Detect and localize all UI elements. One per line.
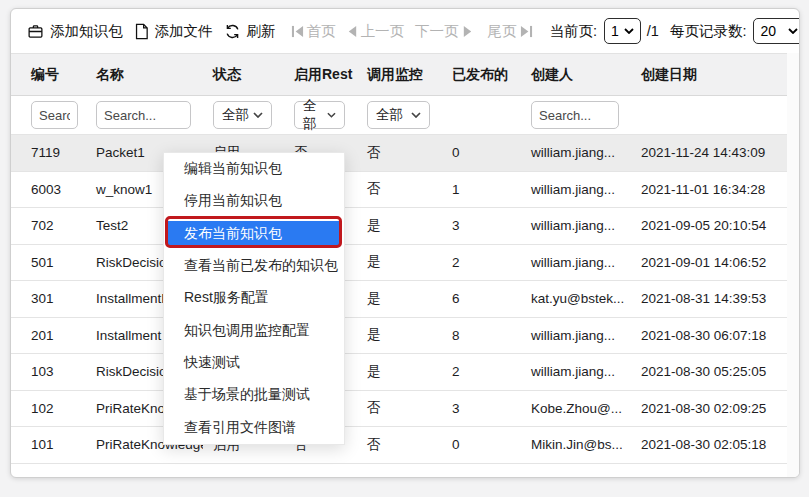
page-size-select[interactable]: 20: [753, 18, 800, 44]
next-page-button[interactable]: 下一页: [415, 22, 473, 41]
cell-id: 201: [21, 328, 86, 343]
cell-monitor: 否: [357, 399, 442, 417]
context-menu-item-label: 快速测试: [184, 354, 240, 372]
rest-filter-value: 全部: [303, 97, 327, 133]
cell-id: 702: [21, 218, 86, 233]
cell-published: 3: [442, 401, 521, 416]
context-menu-item[interactable]: 发布当前知识包: [164, 218, 344, 250]
last-page-icon: [520, 25, 533, 38]
cell-monitor: 是: [357, 326, 442, 344]
col-header-creator: 创建人: [521, 66, 631, 84]
context-menu-item-label: 知识包调用监控配置: [184, 322, 310, 340]
table-row[interactable]: 702 Test2 是 3 william.jiang... 2021-09-0…: [11, 208, 787, 245]
context-menu-item-label: 基于场景的批量测试: [184, 386, 310, 404]
monitor-filter-select[interactable]: 全部: [367, 101, 430, 129]
cell-published: 6: [442, 291, 521, 306]
cell-published: 0: [442, 437, 521, 452]
next-page-label: 下一页: [415, 22, 459, 41]
add-package-button[interactable]: 添加知识包: [27, 22, 123, 41]
cell-published: 2: [442, 255, 521, 270]
cell-created: 2021-08-30 02:05:18: [631, 437, 787, 452]
add-file-button[interactable]: 添加文件: [134, 22, 213, 41]
cell-id: 102: [21, 401, 86, 416]
table-row[interactable]: 201 Installment 是 8 william.jiang... 202…: [11, 318, 787, 355]
current-page-select[interactable]: 1: [604, 18, 641, 44]
next-page-icon: [462, 25, 473, 38]
page-size-label: 每页记录数:: [670, 22, 747, 41]
context-menu-item-label: 查看引用文件图谱: [184, 419, 296, 437]
context-menu-item[interactable]: 停用当前知识包: [164, 185, 344, 217]
id-filter-input[interactable]: [31, 101, 78, 129]
cell-monitor: 是: [357, 253, 442, 271]
cell-published: 2: [442, 364, 521, 379]
status-filter-select[interactable]: 全部: [213, 101, 272, 129]
filter-row: 全部 全部 全部: [11, 96, 787, 135]
table-row[interactable]: 103 RiskDecision... 是 2 william.jiang...…: [11, 354, 787, 391]
knowledge-package-table: 编号 名称 状态 启用Rest 调用监控 已发布的 创建人 创建日期 全部 全部: [11, 54, 788, 464]
context-menu-item[interactable]: 查看当前已发布的知识包: [164, 250, 344, 282]
refresh-button[interactable]: 刷新: [224, 22, 276, 41]
cell-creator: william.jiang...: [521, 328, 631, 343]
last-page-button[interactable]: 尾页: [488, 22, 533, 41]
prev-page-button[interactable]: 上一页: [347, 22, 405, 41]
table-row[interactable]: 501 RiskDecision... 是 2 william.jiang...…: [11, 245, 787, 282]
cell-creator: william.jiang...: [521, 255, 631, 270]
page-size-value: 20: [760, 23, 776, 39]
cell-published: 0: [442, 145, 521, 160]
current-page-label: 当前页:: [550, 22, 598, 41]
cell-monitor: 否: [357, 436, 442, 454]
cell-published: 8: [442, 328, 521, 343]
context-menu-item[interactable]: Rest服务配置: [164, 282, 344, 314]
col-header-rest: 启用Rest: [284, 66, 357, 84]
context-menu-item[interactable]: 知识包调用监控配置: [164, 314, 344, 346]
cell-created: 2021-09-05 20:10:54: [631, 218, 787, 233]
refresh-icon: [224, 23, 241, 40]
cell-creator: Kobe.Zhou@...: [521, 401, 631, 416]
context-menu-item[interactable]: 快速测试: [164, 347, 344, 379]
first-page-button[interactable]: 首页: [291, 22, 336, 41]
cell-created: 2021-08-30 02:09:25: [631, 401, 787, 416]
col-header-created: 创建日期: [631, 66, 787, 84]
cell-created: 2021-08-31 14:39:53: [631, 291, 787, 306]
table-row[interactable]: 102 PriRateKnow... 否 3 Kobe.Zhou@... 202…: [11, 391, 787, 428]
chevron-down-icon: [624, 28, 634, 34]
first-page-icon: [291, 25, 304, 38]
page-total: /1: [647, 23, 659, 39]
cell-created: 2021-08-30 05:25:05: [631, 364, 787, 379]
cell-id: 101: [21, 437, 86, 452]
cell-monitor: 是: [357, 363, 442, 381]
col-header-monitor: 调用监控: [357, 66, 442, 84]
table-row[interactable]: 6003 w_know1 否 1 william.jiang... 2021-1…: [11, 172, 787, 209]
cell-published: 3: [442, 218, 521, 233]
context-menu-item-label: 停用当前知识包: [184, 192, 282, 210]
cell-monitor: 是: [357, 217, 442, 235]
chevron-down-icon: [788, 28, 798, 34]
knowledge-package-panel: 添加知识包 添加文件 刷新 首页 上一页 下一页 尾页 当前页: 1: [10, 8, 800, 478]
cell-creator: william.jiang...: [521, 182, 631, 197]
cell-created: 2021-09-01 14:06:52: [631, 255, 787, 270]
current-page-value: 1: [611, 23, 619, 39]
context-menu-item[interactable]: 查看引用文件图谱: [164, 411, 344, 443]
context-menu-item[interactable]: 编辑当前知识包: [164, 153, 344, 185]
chevron-down-icon: [253, 112, 263, 118]
briefcase-icon: [27, 23, 44, 40]
table-row[interactable]: 7119 Packet1 启用 否 否 0 william.jiang... 2…: [11, 135, 787, 172]
chevron-down-icon: [411, 112, 421, 118]
context-menu-item[interactable]: 基于场景的批量测试: [164, 379, 344, 411]
cell-created: 2021-08-30 06:07:18: [631, 328, 787, 343]
col-header-id: 编号: [21, 66, 86, 84]
name-filter-input[interactable]: [96, 101, 191, 129]
prev-page-icon: [347, 25, 358, 38]
cell-id: 501: [21, 255, 86, 270]
context-menu: 编辑当前知识包 停用当前知识包 发布当前知识包 查看当前已发布的知识包 Rest…: [163, 152, 345, 445]
table-body: 7119 Packet1 启用 否 否 0 william.jiang... 2…: [11, 135, 787, 464]
monitor-filter-value: 全部: [376, 106, 403, 124]
table-row[interactable]: 301 InstallmentN... 是 6 kat.yu@bstek... …: [11, 281, 787, 318]
last-page-label: 尾页: [488, 22, 517, 41]
cell-published: 1: [442, 182, 521, 197]
file-icon: [134, 23, 149, 40]
table-row[interactable]: 101 PriRateKnowledge... 启用 否 否 0 Mikin.J…: [11, 427, 787, 464]
rest-filter-select[interactable]: 全部: [294, 101, 345, 129]
creator-filter-input[interactable]: [531, 101, 619, 129]
cell-creator: william.jiang...: [521, 364, 631, 379]
